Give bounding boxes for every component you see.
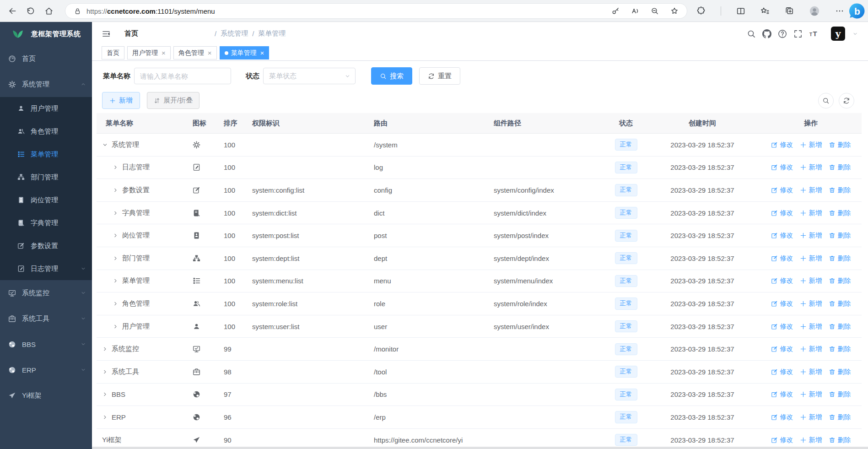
- add-link[interactable]: 新增: [800, 209, 822, 217]
- password-key-icon[interactable]: [611, 7, 620, 15]
- sidebar-item-user-management[interactable]: 用户管理: [0, 97, 92, 120]
- delete-link[interactable]: 删除: [829, 299, 851, 308]
- add-link[interactable]: 新增: [800, 436, 822, 444]
- help-icon[interactable]: [778, 29, 787, 38]
- add-favorite-icon[interactable]: [670, 7, 679, 15]
- sidebar-item-bbs[interactable]: BBS: [0, 331, 92, 357]
- sidebar-item-param-settings[interactable]: 参数设置: [0, 234, 92, 257]
- settings-menu-icon[interactable]: [835, 6, 844, 16]
- edit-link[interactable]: 修改: [771, 345, 793, 353]
- horizontal-scrollbar[interactable]: [92, 447, 868, 449]
- zoom-out-icon[interactable]: [651, 7, 659, 15]
- add-link[interactable]: 新增: [800, 368, 822, 376]
- edit-link[interactable]: 修改: [771, 186, 793, 195]
- add-link[interactable]: 新增: [800, 163, 822, 172]
- add-link[interactable]: 新增: [800, 186, 822, 195]
- lock-icon[interactable]: [74, 7, 81, 15]
- delete-link[interactable]: 删除: [829, 186, 851, 195]
- read-aloud-icon[interactable]: [631, 7, 639, 15]
- edit-link[interactable]: 修改: [771, 254, 793, 263]
- split-screen-icon[interactable]: [736, 6, 745, 16]
- add-button[interactable]: 新增: [102, 92, 140, 109]
- add-link[interactable]: 新增: [800, 276, 822, 285]
- expand-row-icon[interactable]: [102, 369, 108, 375]
- font-size-icon[interactable]: TT: [809, 29, 818, 38]
- add-link[interactable]: 新增: [800, 322, 822, 331]
- edit-link[interactable]: 修改: [771, 209, 793, 217]
- delete-link[interactable]: 删除: [829, 322, 851, 331]
- delete-link[interactable]: 删除: [829, 436, 851, 444]
- edit-link[interactable]: 修改: [771, 276, 793, 285]
- bing-chat-icon[interactable]: b: [848, 2, 866, 20]
- extensions-icon[interactable]: [696, 6, 706, 16]
- edit-link[interactable]: 修改: [771, 163, 793, 172]
- expand-row-icon[interactable]: [113, 164, 119, 170]
- delete-link[interactable]: 删除: [829, 345, 851, 353]
- sidebar-item-role-management[interactable]: 角色管理: [0, 120, 92, 143]
- sidebar-item-dept-management[interactable]: 部门管理: [0, 166, 92, 189]
- expand-row-icon[interactable]: [113, 233, 119, 238]
- favorites-icon[interactable]: [760, 6, 770, 16]
- expand-row-icon[interactable]: [113, 324, 119, 330]
- sidebar-item-menu-management[interactable]: 菜单管理: [0, 143, 92, 166]
- expand-row-icon[interactable]: [113, 210, 119, 216]
- sidebar-item-system-tools[interactable]: 系统工具: [0, 306, 92, 331]
- sidebar-item-post-management[interactable]: 岗位管理: [0, 189, 92, 211]
- address-bar[interactable]: https://ccnetcore.com:1101/system/menu: [65, 3, 687, 19]
- expand-row-icon[interactable]: [113, 187, 119, 193]
- sidebar-item-system-management[interactable]: 系统管理: [0, 71, 92, 97]
- expand-row-icon[interactable]: [102, 346, 108, 352]
- sidebar-item-dict-management[interactable]: 字典管理: [0, 211, 92, 234]
- status-select[interactable]: 菜单状态: [263, 68, 356, 84]
- search-icon[interactable]: [747, 29, 756, 38]
- avatar-caret-icon[interactable]: [852, 31, 858, 37]
- breadcrumb-item[interactable]: 系统管理: [221, 29, 248, 38]
- refresh-table-button[interactable]: [839, 93, 854, 108]
- edit-link[interactable]: 修改: [771, 141, 793, 149]
- edit-link[interactable]: 修改: [771, 299, 793, 308]
- add-link[interactable]: 新增: [800, 299, 822, 308]
- sidebar-item-home[interactable]: 首页: [0, 46, 92, 71]
- collections-icon[interactable]: [785, 6, 794, 16]
- close-icon[interactable]: ×: [208, 49, 212, 56]
- delete-link[interactable]: 删除: [829, 390, 851, 399]
- profile-avatar-icon[interactable]: [809, 5, 820, 16]
- back-button[interactable]: [5, 4, 19, 18]
- expand-row-icon[interactable]: [113, 301, 119, 307]
- expand-collapse-button[interactable]: 展开/折叠: [147, 92, 199, 109]
- home-button[interactable]: [42, 4, 56, 18]
- refresh-button[interactable]: [24, 4, 38, 18]
- add-link[interactable]: 新增: [800, 254, 822, 263]
- add-link[interactable]: 新增: [800, 390, 822, 399]
- tab-menu-management[interactable]: 菜单管理×: [220, 46, 270, 60]
- collapse-row-icon[interactable]: [102, 142, 108, 148]
- breadcrumb-item[interactable]: 首页: [119, 29, 210, 38]
- sidebar-item-system-monitor[interactable]: 系统监控: [0, 280, 92, 306]
- sidebar-item-yi-framework[interactable]: Yi框架: [0, 383, 92, 408]
- edit-link[interactable]: 修改: [771, 436, 793, 444]
- show-search-button[interactable]: [818, 93, 834, 108]
- sidebar-item-erp[interactable]: ERP: [0, 357, 92, 383]
- delete-link[interactable]: 删除: [829, 231, 851, 240]
- menu-name-input[interactable]: [134, 68, 231, 84]
- user-avatar[interactable]: y: [831, 27, 845, 41]
- delete-link[interactable]: 删除: [829, 413, 851, 422]
- delete-link[interactable]: 删除: [829, 163, 851, 172]
- expand-row-icon[interactable]: [113, 278, 119, 284]
- tab-home[interactable]: 首页: [102, 46, 124, 60]
- edit-link[interactable]: 修改: [771, 322, 793, 331]
- search-button[interactable]: 搜索: [371, 67, 412, 85]
- delete-link[interactable]: 删除: [829, 209, 851, 217]
- edit-link[interactable]: 修改: [771, 231, 793, 240]
- close-icon[interactable]: ×: [162, 49, 166, 56]
- close-icon[interactable]: ×: [260, 49, 264, 56]
- add-link[interactable]: 新增: [800, 413, 822, 422]
- expand-row-icon[interactable]: [102, 414, 108, 420]
- edit-link[interactable]: 修改: [771, 368, 793, 376]
- tab-user-management[interactable]: 用户管理×: [127, 46, 171, 60]
- delete-link[interactable]: 删除: [829, 141, 851, 149]
- reset-button[interactable]: 重置: [419, 67, 460, 85]
- expand-row-icon[interactable]: [113, 255, 119, 261]
- github-icon[interactable]: [762, 29, 771, 38]
- add-link[interactable]: 新增: [800, 141, 822, 149]
